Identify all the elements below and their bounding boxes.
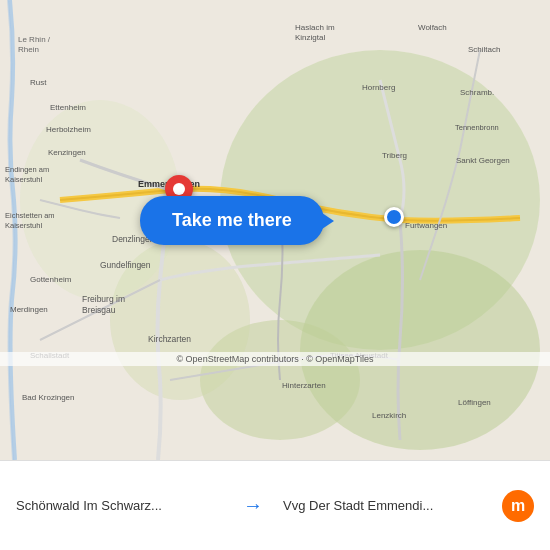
svg-text:Schramb.: Schramb. bbox=[460, 88, 494, 97]
destination-dot bbox=[384, 207, 404, 227]
svg-text:Ettenheim: Ettenheim bbox=[50, 103, 86, 112]
svg-text:Schiltach: Schiltach bbox=[468, 45, 500, 54]
svg-text:Wolfach: Wolfach bbox=[418, 23, 447, 32]
svg-text:Eichstetten am: Eichstetten am bbox=[5, 211, 55, 220]
tooltip-label: Take me there bbox=[172, 210, 292, 231]
destination-label: Vvg Der Stadt Emmendi... bbox=[283, 498, 490, 513]
map[interactable]: Le Rhin / Rhein Rust Ettenheim Herbolzhe… bbox=[0, 0, 550, 460]
svg-text:Löffingen: Löffingen bbox=[458, 398, 491, 407]
svg-text:Triberg: Triberg bbox=[382, 151, 407, 160]
svg-text:Haslach im: Haslach im bbox=[295, 23, 335, 32]
svg-text:Gottenheim: Gottenheim bbox=[30, 275, 72, 284]
svg-text:Kenzingen: Kenzingen bbox=[48, 148, 86, 157]
map-attribution: © OpenStreetMap contributors · © OpenMap… bbox=[0, 352, 550, 366]
svg-text:Rhein: Rhein bbox=[18, 45, 39, 54]
svg-text:Gundelfingen: Gundelfingen bbox=[100, 260, 151, 270]
svg-text:Hinterzarten: Hinterzarten bbox=[282, 381, 326, 390]
svg-point-40 bbox=[173, 183, 185, 195]
bottom-bar: Schönwald Im Schwarz... → Vvg Der Stadt … bbox=[0, 460, 550, 550]
svg-text:Le Rhin /: Le Rhin / bbox=[18, 35, 51, 44]
svg-text:Kaiserstuhl: Kaiserstuhl bbox=[5, 221, 42, 230]
svg-text:Furtwangen: Furtwangen bbox=[405, 221, 447, 230]
svg-text:Kirchzarten: Kirchzarten bbox=[148, 334, 191, 344]
route-arrow: → bbox=[243, 494, 263, 517]
svg-text:Freiburg im: Freiburg im bbox=[82, 294, 125, 304]
svg-text:Merdingen: Merdingen bbox=[10, 305, 48, 314]
moovit-icon: m bbox=[502, 490, 534, 522]
svg-text:Hornberg: Hornberg bbox=[362, 83, 395, 92]
svg-text:Kaiserstuhl: Kaiserstuhl bbox=[5, 175, 42, 184]
svg-text:Herbolzheim: Herbolzheim bbox=[46, 125, 91, 134]
moovit-logo: m bbox=[502, 490, 534, 522]
origin-label: Schönwald Im Schwarz... bbox=[16, 498, 223, 513]
svg-text:Rust: Rust bbox=[30, 78, 47, 87]
svg-text:Tennenbronn: Tennenbronn bbox=[455, 123, 499, 132]
svg-text:Bad Krozingen: Bad Krozingen bbox=[22, 393, 74, 402]
svg-text:Breisgau: Breisgau bbox=[82, 305, 116, 315]
take-me-there-button[interactable]: Take me there bbox=[140, 196, 324, 245]
svg-text:Kinzigtal: Kinzigtal bbox=[295, 33, 325, 42]
svg-text:Endingen am: Endingen am bbox=[5, 165, 49, 174]
svg-text:Sankt Georgen: Sankt Georgen bbox=[456, 156, 510, 165]
svg-text:Lenzkirch: Lenzkirch bbox=[372, 411, 406, 420]
